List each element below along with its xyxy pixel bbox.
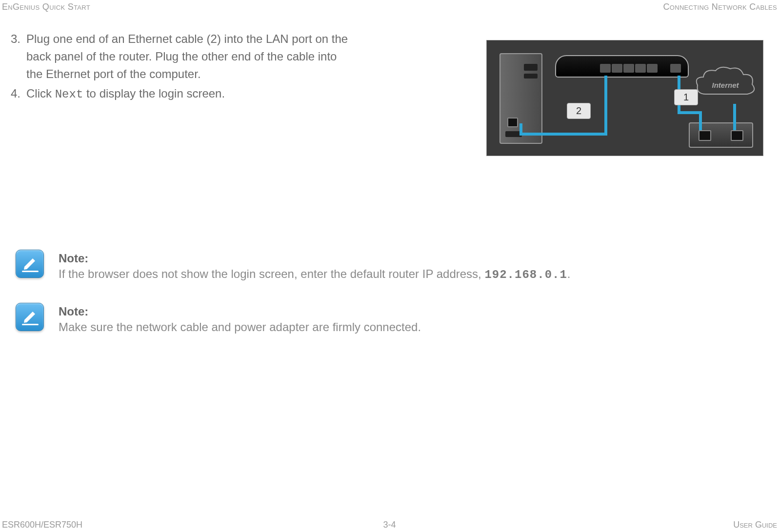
step-number: 3. [11,30,26,48]
notes-section: Note: If the browser does not show the l… [11,250,774,335]
note-body: Note: If the browser does not show the l… [59,250,571,283]
diagram-label-2: 2 [567,103,591,119]
header-left: EnGenius Quick Start [2,2,90,12]
page-header: EnGenius Quick Start Connecting Network … [0,2,779,12]
note-block: Note: If the browser does not show the l… [16,250,774,283]
cloud-label: Internet [712,81,739,89]
step-text: Plug one end of an Ethernet cable (2) in… [26,30,348,83]
page-number: 3-4 [383,520,396,530]
page-footer: ESR600H/ESR750H 3-4 User Guide [0,520,779,530]
note-title: Note: [59,304,421,319]
note-text: Make sure the network cable and power ad… [59,319,421,335]
step-text: Click Next to display the login screen. [26,85,225,103]
footer-guide-label: User Guide [733,520,777,530]
note-pencil-icon [16,250,44,278]
note-title: Note: [59,251,571,266]
footer-model: ESR600H/ESR750H [2,520,82,530]
header-right: Connecting Network Cables [663,2,777,12]
ip-address: 192.168.0.1 [484,268,567,281]
connection-diagram: Internet 1 2 [486,40,763,156]
step-number: 4. [11,85,26,102]
note-pencil-icon [16,303,44,331]
ui-button-name: Next [55,88,83,101]
note-body: Note: Make sure the network cable and po… [59,303,421,335]
cable-internet [487,40,764,157]
note-text: If the browser does not show the login s… [59,266,571,283]
note-block: Note: Make sure the network cable and po… [16,303,774,335]
diagram-label-1: 1 [674,89,698,105]
